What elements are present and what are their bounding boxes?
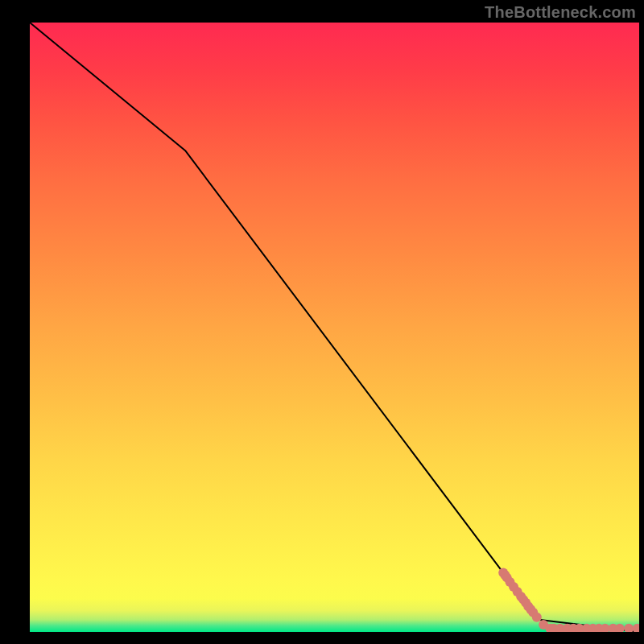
watermark-text: TheBottleneck.com — [485, 3, 636, 22]
plot-overlay-svg — [30, 23, 639, 632]
data-marker — [624, 624, 634, 632]
data-marker — [615, 624, 625, 632]
plot-area — [30, 23, 639, 632]
data-marker — [633, 624, 639, 632]
data-marker — [532, 613, 542, 622]
data-markers-group — [498, 568, 639, 632]
bottleneck-curve — [30, 23, 639, 632]
chart-frame: TheBottleneck.com — [0, 0, 644, 644]
